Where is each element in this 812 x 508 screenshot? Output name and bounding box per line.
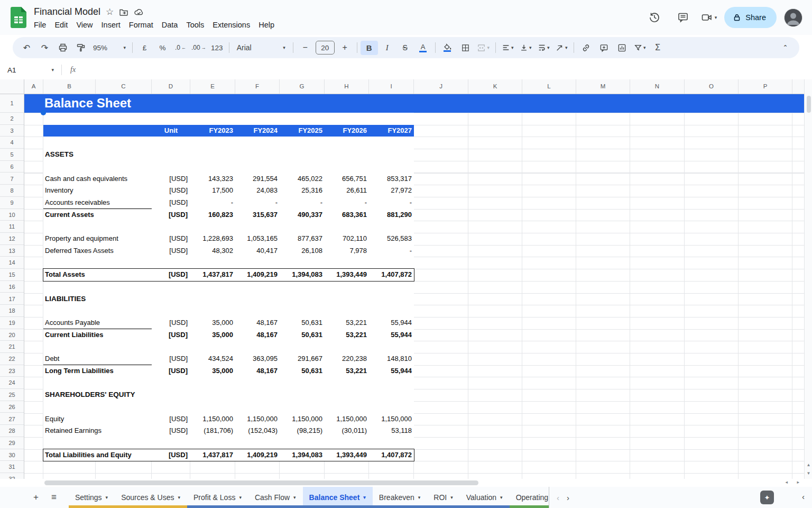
row-label[interactable]: Total Assets [45, 269, 169, 281]
value-cell[interactable]: - [235, 197, 280, 209]
row-header-6[interactable]: 6 [0, 161, 24, 173]
text-wrapping-button[interactable]: ▾ [535, 41, 552, 55]
vertical-scrollbar[interactable]: ▲ ▼ [804, 79, 812, 479]
row-header-12[interactable]: 12 [0, 233, 24, 245]
section-header[interactable]: ASSETS [45, 149, 73, 161]
column-header-p[interactable]: P [739, 79, 792, 94]
scroll-right-icon[interactable]: ▸ [797, 479, 799, 485]
section-header[interactable]: LIABILITIES [45, 293, 86, 305]
row-header-26[interactable]: 26 [0, 401, 24, 413]
value-cell[interactable]: 683,361 [325, 209, 369, 221]
strikethrough-button[interactable]: S [396, 41, 414, 55]
value-cell[interactable]: 434,524 [190, 353, 235, 365]
value-cell[interactable]: 24,083 [235, 185, 280, 197]
column-header-g[interactable]: G [280, 79, 325, 94]
value-cell[interactable]: 1,150,000 [235, 413, 280, 425]
row-label[interactable]: Property and equipment [45, 233, 169, 245]
insert-link-button[interactable] [577, 41, 595, 55]
year-header-cell[interactable]: FY2027 [369, 125, 414, 137]
row-header-24[interactable]: 24 [0, 377, 24, 389]
menu-insert[interactable]: Insert [97, 20, 125, 30]
value-cell[interactable]: 1,407,872 [369, 449, 414, 461]
value-cell[interactable]: 148,810 [369, 353, 414, 365]
value-cell[interactable]: 17,500 [190, 185, 235, 197]
column-header-e[interactable]: E [190, 79, 235, 94]
row-header-21[interactable]: 21 [0, 341, 24, 353]
row-unit[interactable]: [USD] [152, 209, 188, 221]
value-cell[interactable]: 55,944 [369, 329, 414, 341]
row-label[interactable]: Deferred Taxes Assets [45, 245, 169, 257]
font-size-field[interactable]: 20 [316, 41, 335, 55]
zoom-control[interactable]: 95% ▾ [90, 41, 129, 55]
menu-help[interactable]: Help [254, 20, 279, 30]
row-header-15[interactable]: 15 [0, 269, 24, 281]
value-cell[interactable]: (30,011) [325, 425, 369, 437]
row-header-4[interactable]: 4 [0, 137, 24, 149]
value-cell[interactable]: 50,631 [280, 365, 325, 377]
row-header-32[interactable]: 32 [0, 473, 24, 479]
sheet-tab-profit-loss[interactable]: Profit & Loss▾ [187, 487, 248, 508]
hide-menus-button[interactable]: ⌃ [777, 41, 794, 55]
value-cell[interactable]: 53,221 [325, 317, 369, 329]
value-cell[interactable]: 160,823 [190, 209, 235, 221]
row-header-27[interactable]: 27 [0, 413, 24, 425]
row-unit[interactable]: [USD] [152, 425, 188, 437]
column-header-f[interactable]: F [235, 79, 280, 94]
value-cell[interactable]: 656,751 [325, 173, 369, 185]
sheet-tab-balance-sheet[interactable]: Balance Sheet▾ [303, 487, 373, 508]
title-banner[interactable]: Balance Sheet [24, 94, 804, 113]
value-cell[interactable]: 53,221 [325, 329, 369, 341]
menu-format[interactable]: Format [125, 20, 158, 30]
functions-button[interactable]: Σ [649, 41, 667, 55]
column-header-d[interactable]: D [152, 79, 190, 94]
value-cell[interactable]: 315,637 [235, 209, 280, 221]
value-cell[interactable]: (181,706) [190, 425, 235, 437]
row-header-28[interactable]: 28 [0, 425, 24, 437]
comment-history-icon[interactable] [672, 7, 694, 28]
row-header-22[interactable]: 22 [0, 353, 24, 365]
fill-color-button[interactable] [439, 41, 456, 55]
value-cell[interactable]: 877,637 [280, 233, 325, 245]
sheet-tab-valuation[interactable]: Valuation▾ [460, 487, 510, 508]
row-unit[interactable]: [USD] [152, 449, 188, 461]
row-header-23[interactable]: 23 [0, 365, 24, 377]
column-header-o[interactable]: O [685, 79, 739, 94]
row-unit[interactable]: [USD] [152, 317, 188, 329]
value-cell[interactable]: 27,972 [369, 185, 414, 197]
column-header-b[interactable]: B [43, 79, 96, 94]
row-header-2[interactable]: 2 [0, 113, 24, 125]
google-sheets-logo[interactable] [11, 7, 26, 28]
row-unit[interactable]: [USD] [152, 365, 188, 377]
value-cell[interactable]: 26,108 [280, 245, 325, 257]
row-header-10[interactable]: 10 [0, 209, 24, 221]
print-button[interactable] [54, 41, 71, 55]
menu-file[interactable]: File [30, 20, 50, 30]
row-label[interactable]: Accounts Payable [45, 317, 169, 329]
insert-chart-button[interactable] [613, 41, 631, 55]
section-header[interactable]: SHAREHOLDERS' EQUITY [45, 389, 135, 401]
year-header-cell[interactable]: FY2024 [235, 125, 280, 137]
value-cell[interactable]: 7,978 [325, 245, 369, 257]
sheet-tab-cash-flow[interactable]: Cash Flow▾ [248, 487, 303, 508]
column-header-c[interactable]: C [96, 79, 152, 94]
row-header-17[interactable]: 17 [0, 293, 24, 305]
row-unit[interactable]: [USD] [152, 233, 188, 245]
horizontal-scrollbar-thumb[interactable] [44, 480, 478, 485]
column-header-n[interactable]: N [630, 79, 685, 94]
value-cell[interactable]: 143,323 [190, 173, 235, 185]
value-cell[interactable]: 1,437,817 [190, 449, 235, 461]
row-label[interactable]: Debt [45, 353, 169, 365]
row-unit[interactable]: [USD] [152, 245, 188, 257]
row-unit[interactable]: [USD] [152, 185, 188, 197]
vertical-align-button[interactable]: ▾ [517, 41, 534, 55]
name-box[interactable]: A1 ▾ [0, 66, 58, 74]
scroll-down-icon[interactable]: ▼ [805, 471, 812, 476]
column-header-k[interactable]: K [468, 79, 522, 94]
menu-data[interactable]: Data [158, 20, 182, 30]
meet-presentation-control[interactable]: ▾ [701, 12, 717, 23]
value-cell[interactable]: - [190, 197, 235, 209]
row-label[interactable]: Equity [45, 413, 169, 425]
value-cell[interactable]: (98,215) [280, 425, 325, 437]
row-header-14[interactable]: 14 [0, 257, 24, 269]
paint-format-button[interactable] [72, 41, 89, 55]
